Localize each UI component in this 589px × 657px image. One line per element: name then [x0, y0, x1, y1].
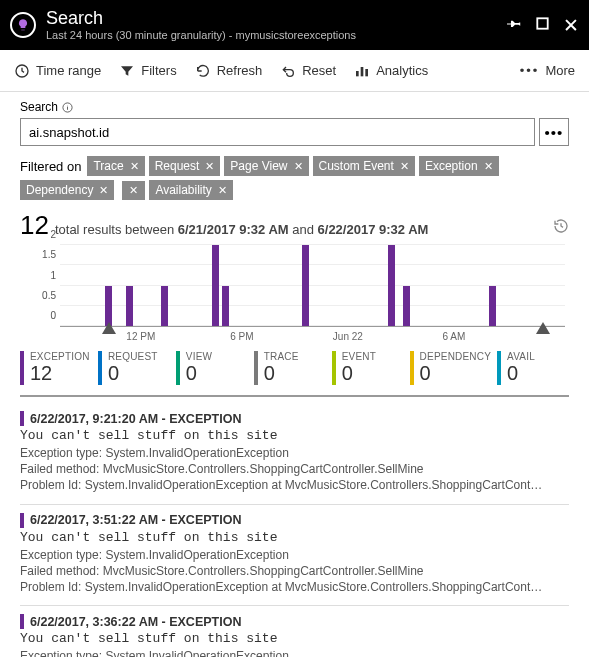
chart-bar[interactable]	[105, 286, 112, 327]
legend-row: EXCEPTION12REQUEST0VIEW0TRACE0EVENT0DEPE…	[20, 351, 569, 385]
range-handle[interactable]	[536, 322, 550, 334]
result-item[interactable]: 6/22/2017, 3:36:22 AM - EXCEPTIONYou can…	[20, 606, 569, 657]
refresh-button[interactable]: Refresh	[195, 63, 263, 79]
filters-button[interactable]: Filters	[119, 63, 176, 79]
search-input[interactable]	[20, 118, 535, 146]
page-subtitle: Last 24 hours (30 minute granularity) - …	[46, 29, 507, 41]
chart-bar[interactable]	[212, 245, 219, 326]
history-icon[interactable]	[553, 218, 569, 238]
chart-bar[interactable]	[403, 286, 410, 327]
svg-rect-3	[361, 67, 364, 76]
reset-label: Reset	[302, 63, 336, 78]
legend-item[interactable]: REQUEST0	[98, 351, 170, 385]
legend-item[interactable]: EXCEPTION12	[20, 351, 92, 385]
page-title: Search	[46, 9, 507, 27]
toolbar: Time range Filters Refresh Reset Analyti…	[0, 50, 589, 92]
results-chart[interactable]: 00.511.52 12 PM6 PMJun 226 AM	[20, 245, 569, 347]
legend-item[interactable]: VIEW0	[176, 351, 248, 385]
filter-chip[interactable]: Page View✕	[224, 156, 308, 176]
filter-chip[interactable]: Exception✕	[419, 156, 499, 176]
result-item[interactable]: 6/22/2017, 9:21:20 AM - EXCEPTIONYou can…	[20, 403, 569, 505]
filter-chip[interactable]: Trace✕	[87, 156, 144, 176]
legend-item[interactable]: AVAIL0	[497, 351, 569, 385]
analytics-button[interactable]: Analytics	[354, 63, 428, 79]
svg-rect-4	[366, 69, 369, 76]
time-range-label: Time range	[36, 63, 101, 78]
chart-bar[interactable]	[161, 286, 168, 327]
more-button[interactable]: ••• More	[520, 63, 575, 78]
content-area: Search ••• Filtered on Trace✕Request✕Pag…	[0, 92, 589, 657]
filtered-on-label: Filtered on	[20, 159, 81, 174]
filters-label: Filters	[141, 63, 176, 78]
chart-bar[interactable]	[302, 245, 309, 326]
search-label: Search	[20, 100, 569, 114]
chart-bar[interactable]	[126, 286, 133, 327]
refresh-label: Refresh	[217, 63, 263, 78]
filter-chip-clear[interactable]: ✕	[122, 181, 145, 200]
chart-bar[interactable]	[222, 286, 229, 327]
more-label: More	[545, 63, 575, 78]
legend-item[interactable]: DEPENDENCY0	[410, 351, 491, 385]
range-handle[interactable]	[102, 322, 116, 334]
filter-chip[interactable]: Dependency✕	[20, 180, 114, 200]
info-icon	[62, 102, 73, 113]
chart-bar[interactable]	[388, 245, 395, 326]
time-range-button[interactable]: Time range	[14, 63, 101, 79]
close-icon[interactable]: ✕	[563, 16, 579, 35]
results-list: 6/22/2017, 9:21:20 AM - EXCEPTIONYou can…	[20, 395, 569, 657]
filter-chip[interactable]: Request✕	[149, 156, 221, 176]
svg-rect-0	[537, 18, 547, 28]
filter-chip[interactable]: Custom Event✕	[313, 156, 415, 176]
reset-button[interactable]: Reset	[280, 63, 336, 79]
result-item[interactable]: 6/22/2017, 3:51:22 AM - EXCEPTIONYou can…	[20, 505, 569, 607]
results-summary: 12 total results between 6/21/2017 9:32 …	[20, 210, 569, 241]
window-header: Search Last 24 hours (30 minute granular…	[0, 0, 589, 50]
svg-rect-2	[356, 71, 359, 76]
filter-chip-row: Filtered on Trace✕Request✕Page View✕Cust…	[20, 156, 569, 200]
analytics-label: Analytics	[376, 63, 428, 78]
pin-icon[interactable]	[507, 16, 522, 34]
lightbulb-icon	[10, 12, 36, 38]
chart-bar[interactable]	[489, 286, 496, 327]
legend-item[interactable]: TRACE0	[254, 351, 326, 385]
filter-chip[interactable]: Availability✕	[149, 180, 232, 200]
legend-item[interactable]: EVENT0	[332, 351, 404, 385]
maximize-icon[interactable]	[536, 17, 549, 33]
search-more-button[interactable]: •••	[539, 118, 569, 146]
